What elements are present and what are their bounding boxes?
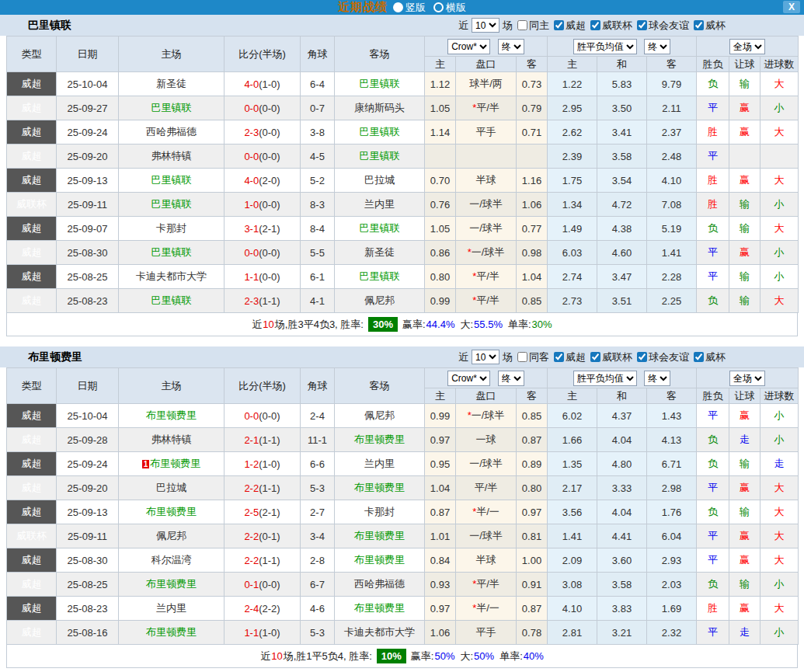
result-goals: 小: [760, 265, 799, 289]
col-result-wdl: 胜负: [697, 388, 729, 404]
result-handicap: 赢: [729, 96, 760, 120]
avg-away-odds: 2.37: [647, 120, 697, 144]
odds-stage-select[interactable]: 终: [498, 371, 524, 386]
score-cell: 1-1(0-0): [224, 265, 301, 289]
match-row[interactable]: 威超25-09-27巴里镇联0-0(0-0)0-7康纳斯码头1.05*平/半0.…: [7, 96, 799, 120]
home-team-cell: 弗林特镇: [119, 144, 224, 169]
ah-away-odds: 1.16: [517, 169, 548, 193]
ah-away-odds: 0.79: [517, 96, 548, 120]
avg-home-odds: 1.66: [548, 428, 597, 452]
corner-cell: 6-4: [301, 72, 335, 96]
close-icon[interactable]: X: [783, 1, 800, 13]
avg-home-odds: 2.73: [548, 289, 597, 313]
match-row[interactable]: 威超25-09-20弗林特镇0-0(0-0)4-5巴里镇联2.393.582.4…: [7, 144, 799, 169]
match-date: 25-08-30: [57, 241, 119, 265]
match-row[interactable]: 威联杯25-09-11佩尼邦2-2(0-1)3-4布里顿费里1.01一/球半0.…: [7, 524, 799, 548]
home-team-name: 巴拉城: [156, 482, 186, 493]
score-cell: 4-0(1-0): [224, 72, 301, 96]
col-score: 比分(半场): [224, 37, 301, 72]
corner-cell: 5-2: [301, 169, 335, 193]
match-row[interactable]: 威超25-10-04新圣徒4-0(1-0)6-4巴里镇联1.12球半/两0.73…: [7, 72, 799, 96]
match-row[interactable]: 威超25-10-04布里顿费里0-0(0-0)2-4佩尼邦0.99*一/球半0.…: [7, 404, 799, 428]
match-row[interactable]: 威联杯25-09-11巴里镇联1-0(0-0)8-3兰内里0.76一/球半1.0…: [7, 193, 799, 217]
same-venue-checkbox[interactable]: 同客: [514, 350, 549, 364]
match-row[interactable]: 威超25-08-25卡迪夫都市大学1-1(0-0)6-1巴里镇联0.80*平/半…: [7, 265, 799, 289]
odds-company-select[interactable]: Crow*: [447, 39, 490, 54]
recent-count-select[interactable]: 10: [472, 18, 499, 33]
league-checkbox-1[interactable]: 威超: [551, 350, 586, 364]
result-wdl: 负: [697, 72, 729, 96]
match-row[interactable]: 威超25-08-30巴里镇联0-0(0-0)5-5新圣徒0.86*一/球半0.9…: [7, 241, 799, 265]
match-row[interactable]: 威超25-09-24西哈弗福德2-3(0-0)3-8巴里镇联1.14平手0.71…: [7, 120, 799, 144]
odds-stage-select[interactable]: 终: [498, 39, 524, 54]
match-row[interactable]: 威超25-08-25布里顿费里0-1(0-0)6-7西哈弗福德0.93*平/半0…: [7, 573, 799, 597]
avg-odds-select[interactable]: 胜平负均值: [573, 39, 637, 54]
same-venue-checkbox[interactable]: 同主: [514, 19, 549, 33]
scope-select-group: 全场: [697, 37, 799, 57]
away-team-name: 卡那封: [364, 506, 395, 517]
match-row[interactable]: 威超25-08-23兰内里2-4(2-2)4-6布里顿费里0.97*半/一0.8…: [7, 597, 799, 621]
ah-home-odds: 1.04: [425, 476, 456, 500]
score-cell: 2-2(1-1): [224, 476, 301, 500]
away-team-name: 巴里镇联: [360, 150, 400, 162]
match-row[interactable]: 威超25-08-16布里顿费里1-1(1-0)5-3卡迪夫都市大学1.06平手0…: [7, 621, 799, 645]
match-row[interactable]: 威超25-09-28弗林特镇2-1(1-1)11-1布里顿费里0.97一球0.8…: [7, 428, 799, 452]
avg-draw-odds: 4.80: [597, 452, 647, 476]
match-date: 25-10-04: [57, 404, 119, 428]
ah-away-odds: 0.89: [517, 452, 548, 476]
ah-away-odds: 1.06: [517, 193, 548, 217]
corner-cell: 2-8: [301, 548, 335, 573]
away-team-cell: 西哈弗福德: [335, 573, 425, 597]
ah-away-odds: 0.91: [517, 573, 548, 597]
fulltime-score: 2-2: [244, 482, 259, 494]
league-checkbox-4[interactable]: 威杯: [691, 19, 726, 33]
team-section-2: 布里顿费里 近 10 场 同客 威超 威联杯 球会友谊 威杯: [0, 346, 804, 672]
league-checkbox-1[interactable]: 威超: [551, 19, 586, 33]
ah-home-odds: 0.86: [425, 241, 456, 265]
fulltime-scope-select[interactable]: 全场: [729, 39, 765, 54]
result-wdl: 负: [697, 217, 729, 241]
summary-count: 10: [271, 650, 282, 662]
avg-odds-select[interactable]: 胜平负均值: [573, 371, 637, 386]
avg-draw-odds: 3.58: [597, 573, 647, 597]
result-wdl: 负: [697, 289, 729, 313]
fulltime-score: 4-0: [244, 78, 259, 90]
avg-stage-select[interactable]: 终: [644, 371, 670, 386]
layout-radio-horizontal-label: 横版: [446, 1, 466, 15]
league-checkbox-4[interactable]: 威杯: [691, 350, 726, 364]
avg-home-odds: 2.95: [548, 96, 597, 120]
match-row[interactable]: 威超25-08-23巴里镇联2-3(1-1)4-1佩尼邦0.99*平/半0.85…: [7, 289, 799, 313]
layout-radio-horizontal[interactable]: 横版: [433, 1, 466, 15]
score-cell: 2-1(1-1): [224, 428, 301, 452]
match-row[interactable]: 威超25-09-20巴拉城2-2(1-1)5-3布里顿费里1.04平/半0.80…: [7, 476, 799, 500]
corner-cell: 0-7: [301, 96, 335, 120]
ah-away-odds: 0.77: [517, 217, 548, 241]
league-checkbox-2[interactable]: 威联杯: [587, 19, 632, 33]
match-row[interactable]: 威超25-09-13布里顿费里2-5(2-1)2-7卡那封0.87*半/一0.9…: [7, 500, 799, 524]
match-row[interactable]: 威超25-09-241布里顿费里1-2(1-0)6-6兰内里0.95一/球半0.…: [7, 452, 799, 476]
avg-home-odds: 2.74: [548, 265, 597, 289]
match-date: 25-08-25: [57, 265, 119, 289]
league-checkbox-3[interactable]: 球会友谊: [634, 350, 689, 364]
halftime-score: (2-0): [259, 175, 280, 186]
col-type: 类型: [7, 368, 57, 404]
fulltime-score: 1-2: [244, 458, 259, 470]
result-handicap: 输: [729, 289, 760, 313]
halftime-score: (1-1): [259, 555, 280, 566]
match-row[interactable]: 威超25-08-30科尔温湾2-2(1-1)2-8布里顿费里0.84半球1.00…: [7, 548, 799, 573]
avg-stage-select[interactable]: 终: [644, 39, 670, 54]
odds-company-select[interactable]: Crow*: [447, 371, 490, 386]
home-team-cell: 布里顿费里: [119, 404, 224, 428]
away-team-name: 兰内里: [364, 198, 395, 210]
match-row[interactable]: 威超25-09-07卡那封3-1(2-1)8-4巴里镇联1.05一/球半0.77…: [7, 217, 799, 241]
match-row[interactable]: 威超25-09-13巴里镇联4-0(2-0)5-2巴拉城0.70半球1.161.…: [7, 169, 799, 193]
league-checkbox-3[interactable]: 球会友谊: [634, 19, 689, 33]
recent-count-select[interactable]: 10: [472, 350, 499, 364]
league-checkbox-2[interactable]: 威联杯: [587, 350, 632, 364]
col-ah-away: 客: [517, 388, 548, 404]
home-team-cell: 巴里镇联: [119, 193, 224, 217]
result-wdl: 负: [697, 500, 729, 524]
fulltime-scope-select[interactable]: 全场: [729, 371, 765, 386]
score-cell: 0-0(0-0): [224, 241, 301, 265]
layout-radio-vertical[interactable]: 竖版: [393, 1, 426, 15]
